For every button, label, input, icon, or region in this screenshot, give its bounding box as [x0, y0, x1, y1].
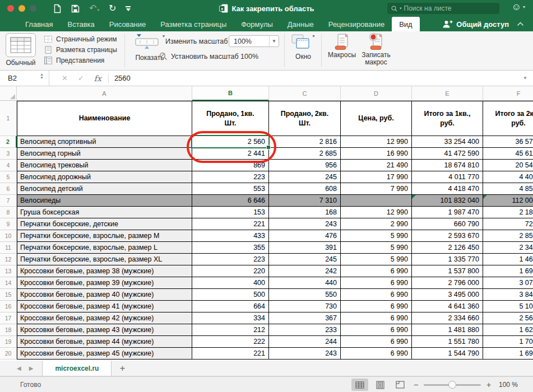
row-header[interactable]: 15	[0, 289, 17, 301]
cell-sold-q2[interactable]: 168	[269, 207, 341, 218]
cell-name[interactable]: Перчатки боксерские, детские	[17, 218, 192, 230]
row-header[interactable]: 7	[0, 195, 17, 207]
enter-icon[interactable]: ✓	[78, 74, 84, 82]
tab-2[interactable]: Рисование	[102, 17, 153, 31]
page-break-preview-button[interactable]: Страничный режим	[44, 35, 117, 43]
cell-total-q2[interactable]: 1 691 580	[483, 265, 533, 277]
cell-sold-q2[interactable]: 476	[269, 230, 341, 242]
expand-formula-bar-icon[interactable]: ▼	[523, 76, 527, 81]
header-cell-total-q2[interactable]: Итого за 2кв., руб.	[483, 101, 533, 136]
tab-7[interactable]: Вид	[392, 17, 420, 31]
row-header[interactable]: 11	[0, 242, 17, 254]
name-box[interactable]: B2 ▲▼	[0, 71, 49, 86]
cell-price[interactable]: 7 990	[341, 183, 412, 195]
cell-sold-q1[interactable]: 869	[192, 160, 269, 171]
row-header[interactable]: 17	[0, 312, 17, 324]
zoom-slider-thumb[interactable]	[448, 381, 456, 389]
cell-price[interactable]: 5 990	[341, 254, 412, 265]
cell-total-q2[interactable]: 112 007 900	[483, 195, 533, 207]
cell-price[interactable]: 12 990	[341, 207, 412, 218]
row-header[interactable]: 4	[0, 160, 17, 171]
cell-name[interactable]: Кроссовки беговые, размер 42 (мужские)	[17, 312, 192, 324]
cell-total-q2[interactable]: 726 570	[483, 218, 533, 230]
cell-sold-q1[interactable]: 221	[192, 348, 269, 360]
column-header-b[interactable]: B	[192, 86, 269, 101]
cell-price[interactable]: 12 990	[341, 136, 412, 148]
cell-total-q2[interactable]: 1 705 560	[483, 336, 533, 348]
cell-total-q1[interactable]: 4 418 470	[412, 183, 483, 195]
cell-sold-q2[interactable]: 2 685	[269, 148, 341, 160]
row-header[interactable]: 2	[0, 136, 17, 148]
cell-total-q1[interactable]: 2 593 670	[412, 230, 483, 242]
cell-price[interactable]: 6 990	[341, 324, 412, 336]
cell-total-q2[interactable]: 5 102 700	[483, 301, 533, 312]
zoom-out-button[interactable]: −	[414, 380, 418, 389]
customize-toolbar-icon[interactable]	[126, 6, 131, 11]
cell-sold-q1[interactable]: 153	[192, 207, 269, 218]
cell-total-q1[interactable]: 1 987 470	[412, 207, 483, 218]
formula-input[interactable]: 2560	[114, 74, 131, 82]
undo-icon[interactable]: ↶▾	[89, 3, 99, 13]
tab-4[interactable]: Формулы	[234, 17, 280, 31]
page-break-status-button[interactable]	[392, 379, 409, 391]
cell-total-q2[interactable]: 3 075 600	[483, 277, 533, 289]
cell-total-q1[interactable]: 1 544 790	[412, 348, 483, 360]
add-sheet-button[interactable]: +	[112, 361, 133, 376]
row-header[interactable]: 19	[0, 336, 17, 348]
tab-1[interactable]: Вставка	[60, 17, 101, 31]
cell-sold-q2[interactable]: 2 816	[269, 136, 341, 148]
cell-sold-q2[interactable]: 245	[269, 171, 341, 183]
cell-total-q2[interactable]: 4 857 920	[483, 183, 533, 195]
column-header-e[interactable]: E	[412, 86, 483, 101]
tab-3[interactable]: Разметка страницы	[153, 17, 234, 31]
row-header[interactable]: 14	[0, 277, 17, 289]
cell-price[interactable]: 6 990	[341, 301, 412, 312]
cell-sold-q1[interactable]: 400	[192, 277, 269, 289]
cell-price[interactable]: 6 990	[341, 312, 412, 324]
cell-sold-q1[interactable]: 553	[192, 183, 269, 195]
cell-sold-q1[interactable]: 664	[192, 301, 269, 312]
cell-total-q1[interactable]: 2 126 450	[412, 242, 483, 254]
cell-sold-q1[interactable]: 223	[192, 171, 269, 183]
cell-sold-q1[interactable]: 2 560	[192, 136, 269, 148]
cell-name[interactable]: Перчатки боксерские, взрослые, размер XL	[17, 254, 192, 265]
row-header[interactable]: 3	[0, 148, 17, 160]
cell-price[interactable]: 6 990	[341, 348, 412, 360]
cell-name[interactable]: Кроссовки беговые, размер 43 (мужские)	[17, 324, 192, 336]
sheet-tab[interactable]: microexcel.ru	[42, 361, 112, 376]
cell-total-q2[interactable]: 2 342 090	[483, 242, 533, 254]
cell-total-q1[interactable]: 1 335 770	[412, 254, 483, 265]
cell-price[interactable]: 5 990	[341, 242, 412, 254]
column-header-c[interactable]: C	[269, 86, 341, 101]
cell-total-q2[interactable]: 20 544 440	[483, 160, 533, 171]
cell-total-q2[interactable]: 1 467 550	[483, 254, 533, 265]
zoom-combobox[interactable]: 100% ▼	[229, 35, 279, 47]
header-cell-price[interactable]: Цена, руб.	[341, 101, 412, 136]
row-header[interactable]: 20	[0, 348, 17, 360]
cell-total-q1[interactable]: 1 537 800	[412, 265, 483, 277]
close-window-button[interactable]	[7, 5, 14, 12]
cancel-icon[interactable]: ✕	[62, 74, 68, 82]
tab-0[interactable]: Главная	[18, 17, 60, 31]
row-header[interactable]: 5	[0, 171, 17, 183]
cell-sold-q1[interactable]: 220	[192, 265, 269, 277]
cell-price[interactable]: 6 990	[341, 265, 412, 277]
column-header-a[interactable]: A	[17, 86, 192, 101]
cell-price[interactable]: 21 490	[341, 160, 412, 171]
cell-total-q1[interactable]: 2 796 000	[412, 277, 483, 289]
tab-5[interactable]: Данные	[280, 17, 321, 31]
cell-total-q1[interactable]: 18 674 810	[412, 160, 483, 171]
cell-name[interactable]: Перчатки боксерские, взрослые, размер M	[17, 230, 192, 242]
chevron-down-icon[interactable]: ▼	[269, 36, 279, 46]
normal-view-status-button[interactable]	[351, 379, 368, 391]
row-header[interactable]: 9	[0, 218, 17, 230]
cell-total-q2[interactable]: 3 844 500	[483, 289, 533, 301]
cell-sold-q2[interactable]: 730	[269, 301, 341, 312]
cell-name[interactable]: Кроссовки беговые, размер 39 (мужские)	[17, 277, 192, 289]
zoom-window-button[interactable]	[30, 5, 36, 12]
cell-name[interactable]: Велосипед спортивный	[17, 136, 192, 148]
cell-name[interactable]: Кроссовки беговые, размер 38 (мужские)	[17, 265, 192, 277]
cell-sold-q2[interactable]: 244	[269, 336, 341, 348]
cell-total-q1[interactable]: 3 495 000	[412, 289, 483, 301]
tab-6[interactable]: Рецензирование	[321, 17, 392, 31]
